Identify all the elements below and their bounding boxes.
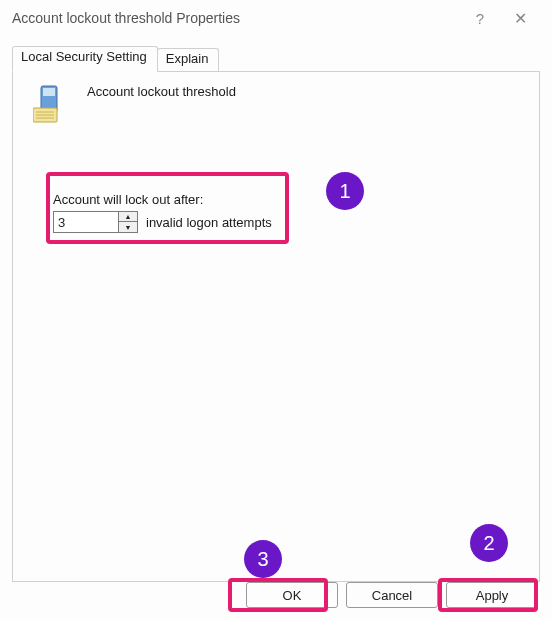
question-icon: ? xyxy=(476,10,484,27)
spin-up-button[interactable]: ▲ xyxy=(119,212,137,222)
window-title: Account lockout threshold Properties xyxy=(12,10,460,26)
threshold-unit-label: invalid logon attempts xyxy=(146,215,272,230)
chevron-up-icon: ▲ xyxy=(125,213,132,220)
apply-button[interactable]: Apply xyxy=(446,582,538,608)
policy-name: Account lockout threshold xyxy=(87,84,236,99)
threshold-input[interactable] xyxy=(54,212,118,232)
cancel-button[interactable]: Cancel xyxy=(346,582,438,608)
tab-label: Explain xyxy=(166,51,209,66)
chevron-down-icon: ▼ xyxy=(125,224,132,231)
spin-down-button[interactable]: ▼ xyxy=(119,222,137,232)
help-button[interactable]: ? xyxy=(460,2,500,34)
policy-header: Account lockout threshold xyxy=(33,84,525,127)
close-button[interactable]: ✕ xyxy=(500,2,540,34)
tab-label: Local Security Setting xyxy=(21,49,147,64)
tab-explain[interactable]: Explain xyxy=(157,48,220,71)
policy-icon xyxy=(33,84,69,127)
threshold-input-row: ▲ ▼ invalid logon attempts xyxy=(53,211,272,233)
threshold-setting-group: Account will lock out after: ▲ ▼ xyxy=(43,184,284,245)
ok-button[interactable]: OK xyxy=(246,582,338,608)
close-icon: ✕ xyxy=(514,9,527,28)
properties-dialog: Account lockout threshold Properties ? ✕… xyxy=(0,0,552,620)
tabs: Local Security Setting Explain xyxy=(12,46,540,72)
tab-body: Account lockout threshold Account will l… xyxy=(12,72,540,582)
spinner: ▲ ▼ xyxy=(118,212,137,232)
titlebar: Account lockout threshold Properties ? ✕ xyxy=(0,0,552,36)
threshold-label: Account will lock out after: xyxy=(53,192,272,207)
tabs-container: Local Security Setting Explain xyxy=(0,36,552,582)
svg-rect-1 xyxy=(43,88,55,96)
dialog-button-row: OK Cancel Apply xyxy=(246,582,538,608)
tab-local-security-setting[interactable]: Local Security Setting xyxy=(12,46,158,72)
threshold-input-wrapper: ▲ ▼ xyxy=(53,211,138,233)
